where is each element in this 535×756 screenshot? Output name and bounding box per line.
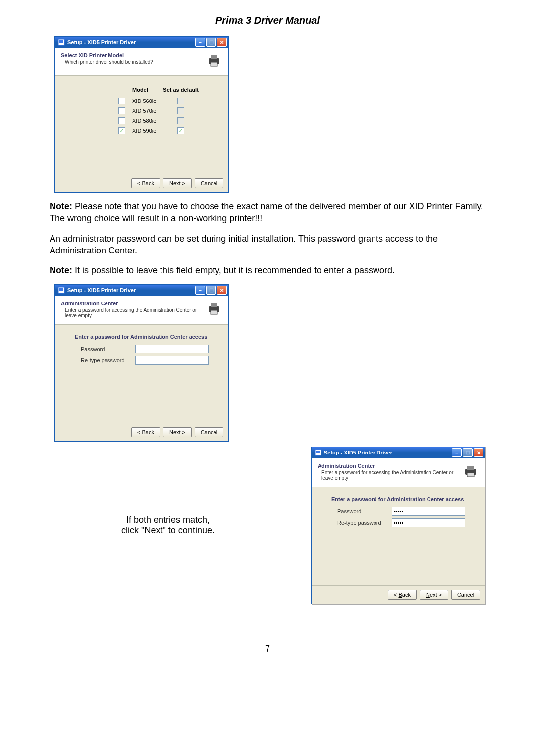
retype-password-label: Re-type password (331, 520, 392, 526)
column-model: Model (132, 86, 162, 96)
checkbox-default-3[interactable] (177, 127, 184, 134)
checkbox-model-3[interactable] (118, 127, 125, 134)
retype-password-label: Re-type password (75, 357, 135, 363)
window-title: Setup - XID5 Printer Driver (67, 287, 195, 293)
retype-password-input[interactable] (135, 356, 209, 365)
dialog-subheading: Enter a password for accessing the Admin… (318, 470, 462, 481)
checkbox-default-1 (177, 107, 184, 114)
minimize-button[interactable]: – (195, 286, 205, 295)
svg-rect-8 (211, 303, 217, 307)
form-heading: Enter a password for Administration Cent… (331, 496, 465, 502)
checkbox-model-0[interactable] (118, 98, 125, 104)
paragraph-2: An administrator password can be set dur… (50, 233, 485, 257)
printer-icon (206, 301, 222, 317)
password-label: Password (331, 508, 392, 514)
maximize-button: ☐ (463, 448, 473, 457)
minimize-button[interactable]: – (195, 38, 205, 47)
svg-rect-3 (211, 55, 217, 59)
model-label: XID 590ie (132, 126, 162, 135)
svg-rect-13 (467, 466, 474, 470)
titlebar[interactable]: Setup - XID5 Printer Driver – ☐ ✕ (55, 285, 228, 296)
model-label: XID 560ie (132, 97, 162, 105)
installer-icon (58, 287, 65, 294)
minimize-button[interactable]: – (452, 448, 462, 457)
model-label: XID 580ie (132, 116, 162, 125)
window-title: Setup - XID5 Printer Driver (67, 39, 195, 45)
maximize-button: ☐ (206, 38, 216, 47)
checkbox-model-2[interactable] (118, 117, 125, 124)
titlebar[interactable]: Setup - XID5 Printer Driver – ☐ ✕ (312, 447, 485, 458)
cancel-button[interactable]: Cancel (195, 427, 223, 437)
dialog-heading: Select XID Printer Model (61, 52, 206, 58)
form-heading: Enter a password for Administration Cent… (75, 334, 209, 340)
back-button[interactable]: < Back (388, 590, 417, 600)
installer-dialog-model: Setup - XID5 Printer Driver – ☐ ✕ Select… (54, 36, 229, 193)
note-paragraph-2: Note: It is possible to leave this field… (50, 264, 485, 276)
retype-password-input[interactable] (392, 518, 465, 527)
model-label: XID 570ie (132, 106, 162, 115)
cancel-button[interactable]: Cancel (195, 178, 223, 188)
installer-dialog-password-empty: Setup - XID5 Printer Driver – ☐ ✕ Admini… (54, 284, 229, 442)
close-button[interactable]: ✕ (217, 38, 227, 47)
checkbox-default-0 (177, 98, 184, 104)
svg-rect-4 (211, 62, 217, 66)
password-input[interactable] (135, 345, 209, 353)
window-title: Setup - XID5 Printer Driver (324, 450, 452, 455)
back-button[interactable]: < Back (131, 427, 160, 437)
svg-rect-6 (59, 288, 63, 291)
close-button[interactable]: ✕ (217, 286, 227, 295)
dialog-subheading: Enter a password for accessing the Admin… (61, 307, 206, 318)
installer-dialog-password-filled: Setup - XID5 Printer Driver – ☐ ✕ Admini… (311, 447, 485, 604)
page-number: 7 (50, 644, 485, 654)
column-default: Set as default (163, 86, 205, 96)
titlebar[interactable]: Setup - XID5 Printer Driver – ☐ ✕ (55, 37, 228, 48)
cancel-button[interactable]: Cancel (451, 590, 480, 600)
printer-icon (462, 463, 479, 480)
password-label: Password (75, 346, 135, 352)
caption: If both entries match, click "Next" to c… (50, 515, 286, 536)
maximize-button: ☐ (206, 286, 216, 295)
dialog-heading: Administration Center (318, 463, 462, 469)
svg-rect-9 (211, 310, 217, 314)
next-button[interactable]: Next > (420, 590, 448, 600)
page-title: Prima 3 Driver Manual (50, 15, 485, 26)
checkbox-model-1[interactable] (118, 107, 125, 114)
installer-icon (58, 39, 65, 46)
svg-rect-11 (316, 451, 320, 453)
password-input[interactable] (392, 507, 465, 516)
installer-icon (315, 449, 321, 456)
dialog-subheading: Which printer driver should be installed… (61, 59, 206, 65)
printer-icon (206, 52, 222, 69)
svg-rect-14 (467, 473, 474, 477)
close-button[interactable]: ✕ (474, 448, 483, 457)
back-button[interactable]: < Back (131, 178, 160, 188)
note-paragraph-1: Note: Please note that you have to choos… (50, 201, 485, 225)
dialog-heading: Administration Center (61, 301, 206, 306)
svg-rect-1 (59, 40, 63, 43)
next-button[interactable]: Next > (163, 427, 192, 437)
checkbox-default-2 (177, 117, 184, 124)
next-button[interactable]: Next > (163, 178, 192, 188)
